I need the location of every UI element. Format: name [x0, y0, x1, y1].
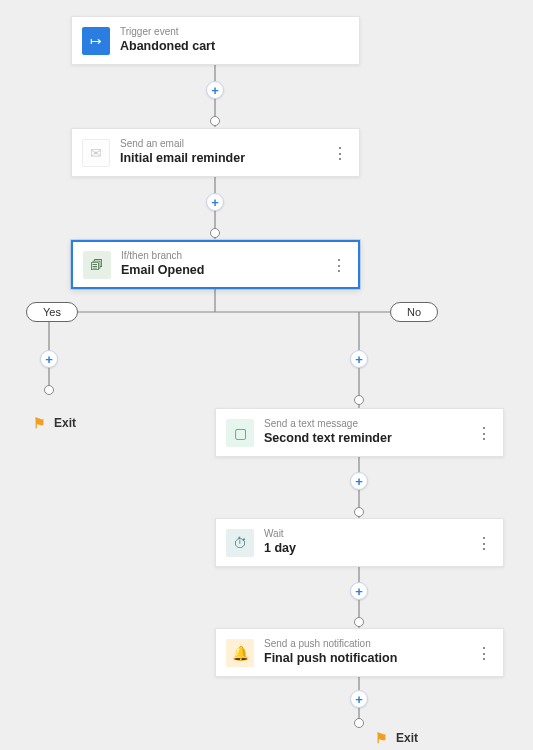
node-label: Send a push notification — [264, 638, 397, 651]
wait-icon: ⏱ — [226, 529, 254, 557]
add-step-button[interactable]: + — [40, 350, 58, 368]
node-title: 1 day — [264, 541, 296, 557]
email-icon: ✉ — [82, 139, 110, 167]
connector-circle — [210, 116, 220, 126]
node-label: Send an email — [120, 138, 245, 151]
more-menu-button[interactable]: ⋮ — [331, 255, 348, 274]
branch-yes-pill[interactable]: Yes — [26, 302, 78, 322]
node-label: If/then branch — [121, 250, 204, 263]
node-title: Final push notification — [264, 651, 397, 667]
connector-circle — [354, 718, 364, 728]
connector-circle — [210, 228, 220, 238]
add-step-button[interactable]: + — [350, 350, 368, 368]
node-label: Wait — [264, 528, 296, 541]
branch-no-pill[interactable]: No — [390, 302, 438, 322]
node-send-text-message[interactable]: ▢ Send a text message Second text remind… — [215, 408, 504, 457]
connector-circle — [44, 385, 54, 395]
more-menu-button[interactable]: ⋮ — [476, 643, 493, 662]
node-title: Second text reminder — [264, 431, 392, 447]
node-send-email[interactable]: ✉ Send an email Initial email reminder ⋮ — [71, 128, 360, 177]
add-step-button[interactable]: + — [350, 472, 368, 490]
connector-circle — [354, 395, 364, 405]
flag-icon: ⚑ — [33, 415, 46, 431]
add-step-button[interactable]: + — [350, 582, 368, 600]
node-trigger-event[interactable]: ↦ Trigger event Abandoned cart — [71, 16, 360, 65]
node-push-notification[interactable]: 🔔 Send a push notification Final push no… — [215, 628, 504, 677]
trigger-icon: ↦ — [82, 27, 110, 55]
add-step-button[interactable]: + — [206, 193, 224, 211]
exit-node-no: ⚑ Exit — [375, 730, 418, 746]
connector-circle — [354, 507, 364, 517]
node-label: Send a text message — [264, 418, 392, 431]
node-title: Email Opened — [121, 263, 204, 279]
sms-icon: ▢ — [226, 419, 254, 447]
node-title: Initial email reminder — [120, 151, 245, 167]
add-step-button[interactable]: + — [350, 690, 368, 708]
add-step-button[interactable]: + — [206, 81, 224, 99]
exit-label: Exit — [396, 731, 418, 745]
node-wait[interactable]: ⏱ Wait 1 day ⋮ — [215, 518, 504, 567]
branch-icon: 🗊 — [83, 251, 111, 279]
flag-icon: ⚑ — [375, 730, 388, 746]
exit-node-yes: ⚑ Exit — [33, 415, 76, 431]
more-menu-button[interactable]: ⋮ — [476, 423, 493, 442]
node-title: Abandoned cart — [120, 39, 215, 55]
connector-circle — [354, 617, 364, 627]
more-menu-button[interactable]: ⋮ — [332, 143, 349, 162]
node-label: Trigger event — [120, 26, 215, 39]
exit-label: Exit — [54, 416, 76, 430]
more-menu-button[interactable]: ⋮ — [476, 533, 493, 552]
node-if-then-branch[interactable]: 🗊 If/then branch Email Opened ⋮ — [71, 240, 360, 289]
push-icon: 🔔 — [226, 639, 254, 667]
